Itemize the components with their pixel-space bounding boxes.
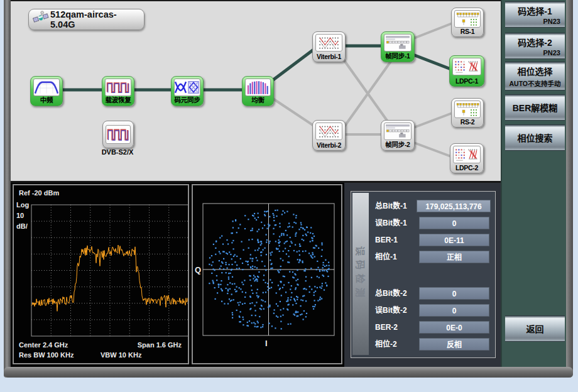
db-per-div-label: dB/ <box>16 222 28 230</box>
button-label: 返回 <box>526 322 544 335</box>
signal-source-button[interactable]: 512qam-aircas-5.04G <box>28 9 144 30</box>
error-bits-1-label: 误Bit数-1 <box>375 217 419 229</box>
block-if[interactable]: 中频 <box>30 76 63 106</box>
measurement-panels: Ref -20 dBm Log 10 dB/ Center 2.4 GHz Sp… <box>11 183 501 367</box>
phase-search-button[interactable]: 相位搜索 <box>505 124 565 151</box>
ber-region: 误码检测 总Bit数-1 179,025,113,776 误Bit数-1 0 B… <box>344 183 501 367</box>
block-rs-2[interactable]: RS-2 <box>451 98 484 128</box>
phase-2-label: 相位-2 <box>375 338 419 351</box>
ldpc-matrix-icon <box>452 58 481 75</box>
ber-1-value: 0E-11 <box>419 234 489 246</box>
window-frame-bottom <box>4 367 573 378</box>
bandpass-spectrum-icon <box>33 79 60 96</box>
block-label: LDPC-1 <box>450 77 484 85</box>
center-freq-label: Center 2.4 GHz <box>19 341 68 349</box>
block-ldpc-2[interactable]: LDPC-2 <box>450 143 484 173</box>
window-frame-right <box>566 0 573 378</box>
block-label: 均衡 <box>243 95 273 104</box>
button-value: PN23 <box>543 18 560 25</box>
q-axis-label: Q <box>195 265 201 275</box>
button-label: 码选择-2 <box>505 36 565 48</box>
phase-1-value: 正相 <box>419 251 489 263</box>
frame-window-icon <box>384 34 412 52</box>
button-label: 码选择-1 <box>505 4 565 17</box>
reed-solomon-icon <box>454 10 481 28</box>
back-button[interactable]: 返回 <box>505 315 565 342</box>
ldpc-matrix-icon <box>453 146 481 163</box>
total-bits-2-label: 总Bit数-2 <box>375 287 419 300</box>
ber-1-label: BER-1 <box>375 234 419 246</box>
ber-2-value: 0E-0 <box>419 321 489 334</box>
source-button-label: 512qam-aircas-5.04G <box>50 9 140 30</box>
error-detection-side-title: 误码检测 <box>352 193 369 355</box>
frame-window-icon <box>384 122 412 140</box>
block-label: LDPC-2 <box>450 164 483 172</box>
block-viterbi-1[interactable]: Viterbi-1 <box>312 31 346 62</box>
block-frame-sync-1[interactable]: 帧同步-1 <box>381 31 415 62</box>
spectrum-display: Ref -20 dBm Log 10 dB/ Center 2.4 GHz Sp… <box>13 184 189 364</box>
span-label: Span 1.6 GHz <box>138 341 182 349</box>
total-bits-1-label: 总Bit数-1 <box>375 200 419 212</box>
total-bits-2-value: 0 <box>419 287 489 300</box>
block-rs-1[interactable]: RS-1 <box>451 8 484 37</box>
block-label: 码元同步 <box>172 95 203 104</box>
constellation-display: Q I <box>192 184 342 364</box>
link-framesync1-rs1 <box>412 22 455 39</box>
side-title-text: 误码检测 <box>354 246 368 302</box>
phase-2-value: 反相 <box>419 338 489 351</box>
constellation-plot <box>193 185 341 363</box>
link-framesync2-ldpc2 <box>412 142 454 158</box>
phase-select-button[interactable]: 相位选择 AUTO不支持手动 <box>505 62 565 90</box>
block-label: RS-1 <box>452 28 483 35</box>
block-label: RS-2 <box>452 118 483 126</box>
error-bits-2-label: 误Bit数-2 <box>375 304 419 317</box>
log-label: Log <box>16 201 29 209</box>
square-wave-icon <box>105 79 131 96</box>
ref-level-label: Ref -20 dBm <box>19 189 59 197</box>
right-menu-sidebar: 码选择-1 PN23 码选择-2 PN23 相位选择 AUTO不支持手动 BER… <box>501 0 566 367</box>
link-equalizer-viterbi1 <box>271 48 316 82</box>
block-frame-sync-2[interactable]: 帧同步-2 <box>381 120 415 151</box>
code-select-1-button[interactable]: 码选择-1 PN23 <box>505 1 565 28</box>
ber-2-label: BER-2 <box>375 321 419 334</box>
block-label: 载波恢复 <box>102 95 134 104</box>
block-label: Viterbi-1 <box>313 53 345 60</box>
block-label: 帧同步-1 <box>381 51 414 60</box>
block-equalizer[interactable]: 均衡 <box>242 76 274 106</box>
block-symbol-sync[interactable]: 码元同步 <box>171 76 204 106</box>
error-bits-1-value: 0 <box>419 217 489 229</box>
i-axis-label: I <box>265 339 268 348</box>
rbw-label: Res BW 100 KHz <box>19 351 74 359</box>
block-label: 中频 <box>31 95 62 104</box>
eye-diagram-icon <box>174 79 200 96</box>
error-detection-panel: 误码检测 总Bit数-1 179,025,113,776 误Bit数-1 0 B… <box>351 191 496 358</box>
block-dvb-s2x[interactable] <box>102 121 134 148</box>
link-framesync1-ldpc1 <box>412 54 452 70</box>
block-label: 帧同步-2 <box>381 139 414 149</box>
window-frame-left <box>4 0 11 378</box>
button-label: BER解模糊 <box>513 101 558 114</box>
block-carrier-recovery[interactable]: 载波恢复 <box>102 76 134 106</box>
block-ldpc-1[interactable]: LDPC-1 <box>449 55 484 87</box>
vbw-label: VBW 10 KHz <box>101 351 141 359</box>
phase-1-label: 相位-1 <box>375 251 419 263</box>
trellis-icon <box>315 34 342 52</box>
scale-label: 10 <box>16 212 24 219</box>
button-value: PN23 <box>543 49 560 57</box>
block-label: Viterbi-2 <box>313 141 345 149</box>
button-label: 相位选择 <box>505 65 565 77</box>
signal-chain-diagram: 512qam-aircas-5.04G 中频 载波恢复 <box>11 1 501 183</box>
block-label-dvb: DVB-S2/X <box>96 148 139 156</box>
square-wave-icon <box>106 125 131 144</box>
link-framesync2-rs2 <box>412 112 455 128</box>
trellis-icon <box>315 122 342 140</box>
error-bits-2-value: 0 <box>419 304 489 317</box>
equalizer-bars-icon <box>245 79 271 96</box>
code-select-2-button[interactable]: 码选择-2 PN23 <box>505 33 565 59</box>
total-bits-1-value: 179,025,113,776 <box>417 200 491 212</box>
ber-disambiguate-button[interactable]: BER解模糊 <box>505 94 565 121</box>
button-label: 相位搜索 <box>518 131 553 144</box>
satellite-icon <box>33 10 49 29</box>
block-viterbi-2[interactable]: Viterbi-2 <box>312 120 346 151</box>
reed-solomon-icon <box>454 101 481 118</box>
